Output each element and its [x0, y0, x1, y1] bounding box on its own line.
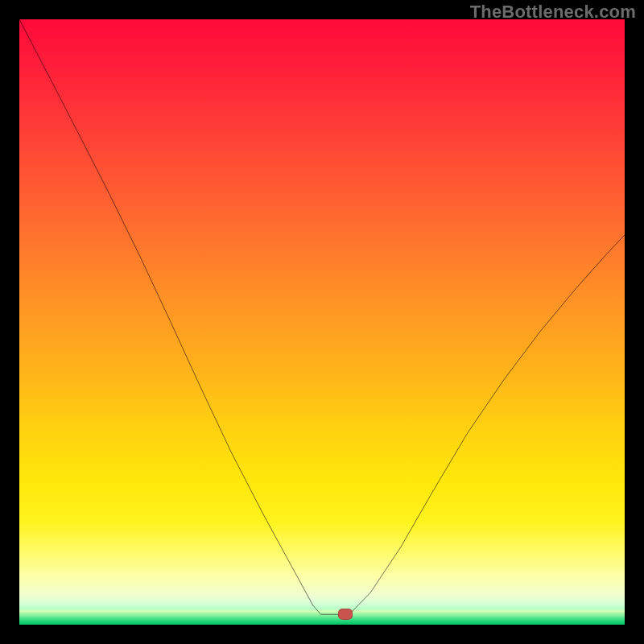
bottleneck-curve: [19, 19, 625, 625]
optimal-point-marker: [338, 609, 353, 620]
plot-area: [19, 19, 625, 625]
chart-frame: TheBottleneck.com: [0, 0, 644, 644]
attribution-watermark: TheBottleneck.com: [470, 2, 636, 23]
